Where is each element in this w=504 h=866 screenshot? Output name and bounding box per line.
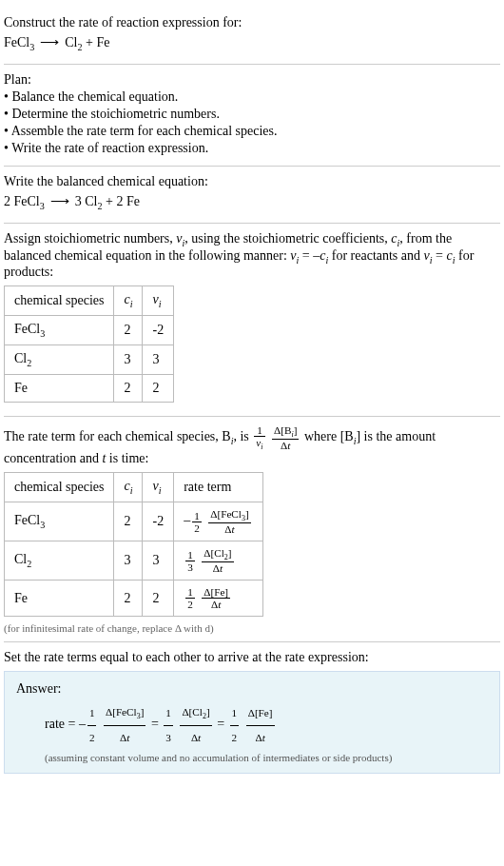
rateterm-text: The rate term for each chemical species,… xyxy=(4,424,500,466)
answer-note: (assuming constant volume and no accumul… xyxy=(16,752,488,763)
rateterm-table: chemical species ci νi rate term FeCl3 2… xyxy=(4,472,263,617)
plan-item: • Determine the stoichiometric numbers. xyxy=(4,107,500,122)
table-row: FeCl3 2 -2 –12 Δ[FeCl3]Δt xyxy=(5,502,263,541)
plan-item: • Balance the chemical equation. xyxy=(4,89,500,105)
rateterm-section: The rate term for each chemical species,… xyxy=(4,417,500,643)
stoich-section: Assign stoichiometric numbers, νi, using… xyxy=(4,224,500,417)
col-head-species: chemical species xyxy=(5,473,114,502)
col-head-nui: νi xyxy=(143,286,174,316)
balanced-label: Write the balanced chemical equation: xyxy=(4,174,500,189)
plan-label: Plan: xyxy=(4,72,500,88)
rate-expression: rate = –12 Δ[FeCl3]Δt = 13 Δ[Cl2]Δt = 12… xyxy=(16,700,488,750)
table-row: Fe 2 2 12 Δ[Fe]Δt xyxy=(5,581,263,617)
table-row: FeCl3 2 -2 xyxy=(5,316,174,345)
answer-box: Answer: rate = –12 Δ[FeCl3]Δt = 13 Δ[Cl2… xyxy=(4,671,500,774)
answer-label: Answer: xyxy=(16,681,488,697)
table-row: Cl2 3 3 xyxy=(5,345,174,375)
table-row: chemical species ci νi xyxy=(5,286,174,316)
table-row: chemical species ci νi rate term xyxy=(5,473,263,502)
col-head-rateterm: rate term xyxy=(174,473,263,502)
col-head-ci: ci xyxy=(114,473,143,502)
col-head-nui: νi xyxy=(143,473,174,502)
problem-prompt: Construct the rate of reaction expressio… xyxy=(4,15,500,30)
col-head-ci: ci xyxy=(114,286,143,316)
balanced-section: Write the balanced chemical equation: 2 … xyxy=(4,167,500,224)
infinitesimal-note: (for infinitesimal rate of change, repla… xyxy=(4,622,500,634)
set-equal-text: Set the rate terms equal to each other t… xyxy=(4,650,500,665)
final-section: Set the rate terms equal to each other t… xyxy=(4,642,500,783)
plan-section: Plan: • Balance the chemical equation. •… xyxy=(4,65,500,167)
stoich-table: chemical species ci νi FeCl3 2 -2 Cl2 3 … xyxy=(4,285,174,402)
stoich-text: Assign stoichiometric numbers, νi, using… xyxy=(4,231,500,281)
unbalanced-equation: FeCl3⟶Cl2 + Fe xyxy=(4,30,500,56)
table-row: Fe 2 2 xyxy=(5,374,174,402)
plan-item: • Write the rate of reaction expression. xyxy=(4,141,500,156)
col-head-species: chemical species xyxy=(5,286,114,316)
problem-section: Construct the rate of reaction expressio… xyxy=(4,8,500,65)
balanced-equation: 2 FeCl3⟶3 Cl2 + 2 Fe xyxy=(4,189,500,215)
plan-item: • Assemble the rate term for each chemic… xyxy=(4,124,500,139)
table-row: Cl2 3 3 13 Δ[Cl2]Δt xyxy=(5,541,263,581)
